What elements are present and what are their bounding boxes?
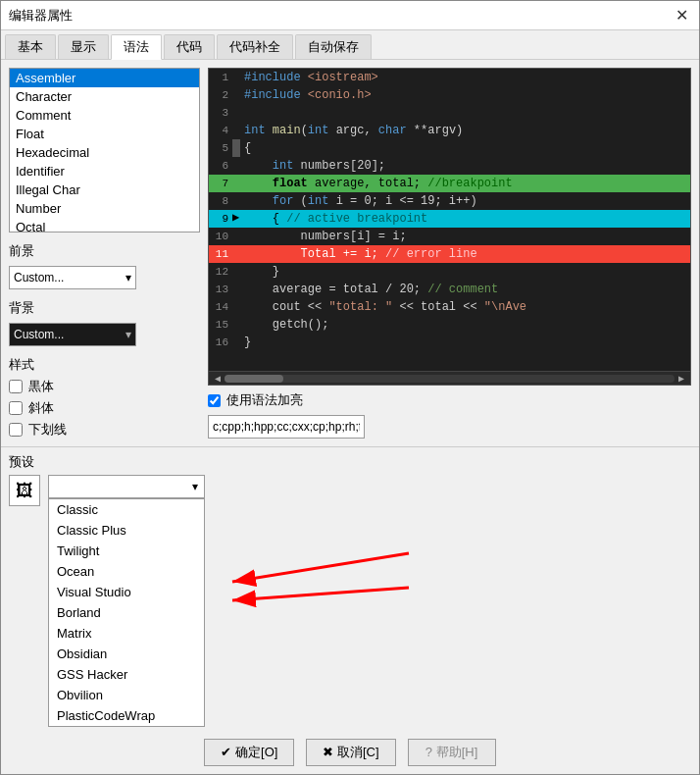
line-number-10: 10: [209, 228, 232, 245]
syntax-item-identifier[interactable]: Identifier: [10, 162, 199, 181]
line-code-1: #include <iostream>: [240, 69, 690, 86]
preset-obvilion[interactable]: Obvilion: [49, 685, 204, 705]
line-number-1: 1: [209, 69, 232, 86]
preset-ocean[interactable]: Ocean: [49, 561, 204, 582]
line-code-6: int numbers[20];: [240, 157, 690, 175]
syntax-item-character[interactable]: Character: [10, 87, 199, 106]
style-bold-row: 黒体: [9, 378, 200, 395]
scrollbar-track[interactable]: [225, 375, 675, 383]
line-code-10: numbers[i] = i;: [240, 228, 690, 245]
tab-autocomplete[interactable]: 代码补全: [217, 34, 293, 59]
syntax-highlight-label: 使用语法加亮: [226, 391, 303, 409]
background-chevron: ▾: [125, 328, 131, 341]
line-number-8: 8: [209, 192, 232, 210]
syntax-item-comment[interactable]: Comment: [10, 106, 199, 125]
scroll-right-arrow[interactable]: ▶: [675, 373, 688, 385]
syntax-item-hexadecimal[interactable]: Hexadecimal: [10, 143, 199, 162]
code-preview: 1 #include <iostream> 2 #include <conio.…: [208, 68, 691, 386]
line-code-11: Total += i; // error line: [240, 245, 690, 263]
line-code-5: {: [240, 139, 690, 157]
foreground-chevron: ▾: [125, 271, 131, 284]
scroll-left-arrow[interactable]: ◀: [211, 373, 225, 385]
line-code-12: }: [240, 263, 690, 281]
tab-basic[interactable]: 基本: [5, 34, 56, 59]
syntax-item-number[interactable]: Number: [10, 199, 199, 218]
line-number-2: 2: [209, 86, 232, 104]
syntax-item-assembler[interactable]: Assembler: [10, 69, 199, 87]
svg-line-3: [232, 588, 409, 600]
syntax-item-float[interactable]: Float: [10, 125, 199, 143]
syntax-item-octal[interactable]: Octal: [10, 218, 199, 232]
cancel-button[interactable]: ✖ 取消[C]: [306, 739, 395, 766]
style-underline-row: 下划线: [9, 421, 200, 439]
code-line-10: 10 numbers[i] = i;: [209, 228, 690, 245]
left-panel: Assembler Character Comment Float Hexade…: [9, 68, 200, 439]
ok-button[interactable]: ✔ 确定[O]: [204, 739, 294, 766]
code-line-12: 12 }: [209, 263, 690, 281]
code-line-5: 5 {: [209, 139, 690, 157]
foreground-row: Custom... ▾: [9, 266, 200, 289]
help-button[interactable]: ? 帮助[H]: [408, 739, 496, 766]
preset-icon-symbol: 🖼: [16, 481, 33, 501]
extensions-row: [208, 415, 691, 439]
line-number-9: 9: [209, 210, 232, 228]
preset-matrix[interactable]: Matrix: [49, 623, 204, 644]
horizontal-scrollbar[interactable]: ◀ ▶: [209, 371, 690, 385]
code-line-4: 4 int main(int argc, char **argv): [209, 122, 690, 139]
tab-syntax[interactable]: 语法: [111, 34, 162, 60]
tabs-bar: 基本 显示 语法 代码 代码补全 自动保存: [1, 30, 699, 60]
code-line-14: 14 cout << "total: " << total << "\nAve: [209, 298, 690, 316]
line-number-3: 3: [209, 104, 232, 122]
preset-twilight[interactable]: Twilight: [49, 541, 204, 561]
code-line-1: 1 #include <iostream>: [209, 69, 690, 86]
background-dropdown[interactable]: Custom... ▾: [9, 323, 136, 346]
line-number-11: 11: [209, 245, 232, 263]
line-code-14: cout << "total: " << total << "\nAve: [240, 298, 690, 316]
preset-obsidian[interactable]: Obsidian: [49, 644, 204, 664]
code-line-16: 16 }: [209, 334, 690, 351]
line-number-12: 12: [209, 263, 232, 281]
preset-chevron: ▾: [192, 480, 198, 493]
line-code-13: average = total / 20; // comment: [240, 281, 690, 298]
bold-label: 黒体: [28, 378, 54, 395]
tab-code[interactable]: 代码: [164, 34, 215, 59]
syntax-highlight-checkbox[interactable]: [208, 394, 221, 407]
preset-plastic-code-wrap[interactable]: PlasticCodeWrap: [49, 705, 204, 726]
underline-checkbox[interactable]: [9, 423, 23, 437]
close-button[interactable]: ✕: [672, 6, 691, 26]
preset-classic[interactable]: Classic: [49, 499, 204, 520]
code-line-6: 6 int numbers[20];: [209, 157, 690, 175]
style-section: 样式 黒体 斜体 下划线: [9, 356, 200, 439]
preset-visual-studio[interactable]: Visual Studio: [49, 582, 204, 602]
foreground-dropdown[interactable]: Custom... ▾: [9, 266, 136, 289]
style-label: 样式: [9, 356, 200, 374]
italic-checkbox[interactable]: [9, 401, 23, 415]
title-bar: 编辑器属性 ✕: [1, 1, 699, 30]
preset-dropdown[interactable]: ▾: [48, 475, 205, 498]
foreground-value: Custom...: [14, 271, 64, 284]
syntax-item-illegal-char[interactable]: Illegal Char: [10, 181, 199, 199]
code-line-3: 3: [209, 104, 690, 122]
line-code-2: #include <conio.h>: [240, 86, 690, 104]
preset-icon-button[interactable]: 🖼: [9, 475, 40, 506]
tab-display[interactable]: 显示: [58, 34, 109, 59]
scrollbar-thumb[interactable]: [225, 375, 283, 383]
preset-classic-plus[interactable]: Classic Plus: [49, 520, 204, 541]
extensions-input[interactable]: [208, 415, 365, 439]
bold-checkbox[interactable]: [9, 380, 23, 393]
preset-gss-hacker[interactable]: GSS Hacker: [49, 664, 204, 685]
preset-section: 预设 🖼 ▾ Classic Classic Plus Twilight Oce…: [1, 446, 699, 733]
code-line-9: 9 ▶ { // active breakpoint: [209, 210, 690, 228]
underline-label: 下划线: [28, 421, 67, 439]
preset-borland[interactable]: Borland: [49, 602, 204, 623]
foreground-label: 前景: [9, 242, 200, 260]
syntax-highlight-row: 使用语法加亮: [208, 391, 691, 409]
syntax-type-list[interactable]: Assembler Character Comment Float Hexade…: [9, 68, 200, 232]
background-row: Custom... ▾: [9, 323, 200, 346]
preset-list: Classic Classic Plus Twilight Ocean Visu…: [48, 498, 205, 727]
line-code-3: [240, 104, 690, 122]
line-code-15: getch();: [240, 316, 690, 334]
line-number-14: 14: [209, 298, 232, 316]
tab-autosave[interactable]: 自动保存: [295, 34, 372, 59]
code-line-15: 15 getch();: [209, 316, 690, 334]
